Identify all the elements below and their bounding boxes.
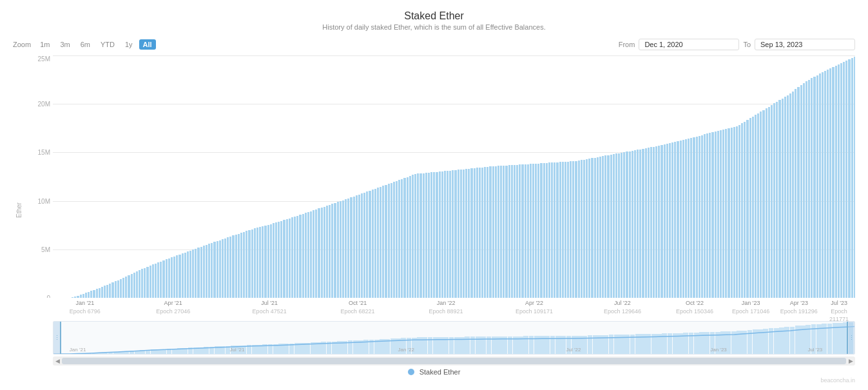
- minimap-bar: [305, 343, 310, 354]
- minimap-bar: [593, 335, 598, 354]
- chart-bar: [648, 148, 650, 298]
- chart-bar: [564, 162, 566, 298]
- grid-label-0: 0: [26, 295, 50, 298]
- chart-bar: [291, 217, 293, 298]
- chart-header: Staked Ether History of daily staked Eth…: [13, 10, 855, 31]
- chart-bar: [350, 197, 352, 298]
- chart-bar: [305, 213, 307, 298]
- minimap-bar: [492, 336, 497, 354]
- chart-bar: [500, 166, 502, 298]
- chart-bar: [259, 227, 261, 298]
- chart-bar: [398, 180, 400, 298]
- x-axis-label: Jan '23Epoch 171046: [732, 299, 769, 315]
- chart-bar: [484, 167, 486, 298]
- minimap-bar: [353, 340, 358, 354]
- chart-bar: [224, 239, 226, 298]
- chart-bar: [704, 134, 706, 298]
- minimap-bar: [428, 337, 433, 354]
- minimap-bar: [678, 333, 683, 354]
- chart-subtitle: History of daily staked Ether, which is …: [13, 23, 855, 31]
- chart-bar: [688, 139, 690, 298]
- chart-bar: [458, 170, 459, 298]
- minimap-bar: [497, 336, 502, 354]
- minimap-bar: [774, 328, 779, 354]
- chart-bar: [717, 131, 719, 298]
- minimap-bar: [124, 351, 129, 354]
- minimap-bar: [651, 334, 657, 354]
- chart-bar: [680, 141, 682, 298]
- chart-bar: [567, 162, 569, 298]
- minimap-bar: [673, 333, 678, 354]
- zoom-1m-button[interactable]: 1m: [36, 39, 53, 50]
- minimap-bar: [833, 323, 838, 354]
- chart-bar: [286, 219, 288, 298]
- chart-bar: [345, 199, 347, 298]
- zoom-ytd-button[interactable]: YTD: [97, 39, 119, 50]
- chart-bar: [222, 239, 224, 298]
- chart-bar: [629, 151, 631, 298]
- minimap-bar: [470, 336, 476, 354]
- chart-bar: [581, 160, 583, 298]
- minimap-bar: [188, 347, 193, 354]
- chart-bar: [725, 129, 727, 298]
- chart-bar: [653, 147, 655, 298]
- chart-bar: [685, 139, 687, 298]
- minimap-bar: [689, 333, 694, 354]
- from-date-input[interactable]: [639, 39, 739, 50]
- chart-bar: [436, 172, 438, 298]
- chart-bar: [106, 285, 108, 298]
- zoom-1y-button[interactable]: 1y: [121, 39, 137, 50]
- x-axis-label: Jul '23Epoch 211771: [829, 299, 849, 324]
- chart-bar: [618, 153, 620, 298]
- minimap-bar: [391, 338, 396, 354]
- zoom-6m-button[interactable]: 6m: [77, 39, 94, 50]
- chart-bar: [503, 166, 505, 298]
- minimap-bar: [529, 336, 534, 354]
- minimap-bar: [598, 335, 603, 354]
- chart-bar: [155, 264, 157, 298]
- minimap-bar: [433, 337, 438, 354]
- scroll-right-arrow[interactable]: ▶: [846, 356, 855, 366]
- chart-bar: [149, 266, 151, 298]
- minimap-bar: [102, 353, 108, 354]
- chart-bar: [433, 172, 435, 298]
- chart-bar: [706, 133, 708, 298]
- chart-bar: [813, 77, 815, 298]
- zoom-controls: Zoom 1m 3m 6m YTD 1y All: [13, 39, 156, 50]
- chart-bar: [677, 141, 679, 298]
- minimap-bar: [337, 341, 342, 354]
- minimap-right-handle[interactable]: ⋮: [847, 322, 854, 354]
- x-axis-label: Apr '23Epoch 191296: [780, 299, 818, 315]
- chart-bar: [639, 150, 641, 298]
- zoom-all-button[interactable]: All: [139, 39, 156, 50]
- chart-bar: [602, 156, 604, 298]
- minimap-bar: [300, 343, 305, 354]
- minimap-bar: [316, 342, 321, 354]
- minimap-label-jul23: Jul '23: [807, 347, 822, 353]
- chart-bar: [262, 226, 264, 298]
- minimap-bar: [342, 341, 347, 354]
- chart-bar: [530, 164, 532, 298]
- minimap-bar: [327, 342, 332, 354]
- chart-bar: [784, 97, 786, 298]
- minimap-left-handle[interactable]: ⋮: [53, 322, 61, 354]
- minimap-bar: [769, 328, 774, 354]
- zoom-3m-button[interactable]: 3m: [56, 39, 73, 50]
- chart-bar: [146, 267, 148, 298]
- minimap-bar: [135, 351, 140, 354]
- chart-bar: [766, 108, 767, 298]
- scrollbar-thumb[interactable]: [62, 358, 846, 364]
- minimap-bar: [561, 336, 566, 354]
- minimap-bar: [151, 349, 156, 354]
- grid-label-10m: 10M: [26, 197, 50, 204]
- chart-bar: [615, 153, 617, 298]
- chart-bar: [235, 235, 237, 298]
- minimap-bar: [332, 342, 337, 354]
- chart-bar: [184, 253, 186, 298]
- x-axis-label: Apr '21Epoch 27046: [156, 299, 190, 315]
- chart-bar: [762, 110, 764, 298]
- to-date-input[interactable]: [755, 39, 855, 50]
- scroll-left-arrow[interactable]: ◀: [53, 356, 62, 366]
- to-label: To: [743, 41, 751, 48]
- minimap-bar: [385, 339, 390, 354]
